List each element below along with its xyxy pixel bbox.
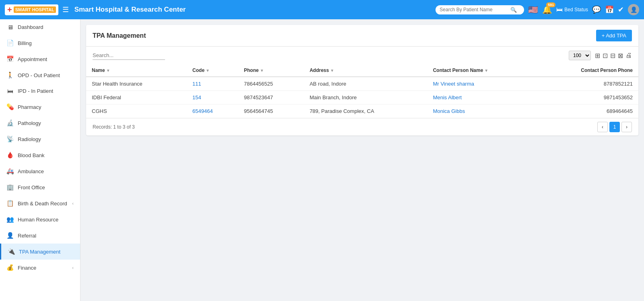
cell-name: Star Health Insurance xyxy=(86,77,187,91)
per-page-select[interactable]: 100 50 25 xyxy=(569,51,591,60)
excel-icon[interactable]: ⊟ xyxy=(610,52,615,59)
print-icon[interactable]: 🖨 xyxy=(625,52,632,59)
tpa-search-input[interactable] xyxy=(93,51,165,60)
bed-icon: 🛏 xyxy=(556,6,563,13)
logo: + SMART HOSPITAL xyxy=(5,4,58,15)
pdf-icon[interactable]: ⊠ xyxy=(618,52,623,59)
radiology-icon: 📡 xyxy=(6,135,14,143)
csv-icon[interactable]: ⊡ xyxy=(603,52,608,59)
tpa-toolbar-right: 100 50 25 ⊞ ⊡ ⊟ ⊠ 🖨 xyxy=(569,51,632,60)
patient-search-input[interactable] xyxy=(440,7,508,12)
col-contact-person[interactable]: Contact Person Name▼ xyxy=(427,64,536,77)
cell-contact-phone: 8787852121 xyxy=(536,77,638,91)
sidebar-item-referral[interactable]: 👤 Referral xyxy=(0,227,80,244)
sidebar-label-dashboard: Dashboard xyxy=(18,24,74,30)
tpa-search-box xyxy=(93,51,165,60)
bed-status-button[interactable]: 🛏 Bed Status xyxy=(556,6,588,13)
sidebar-label-tpa: TPA Management xyxy=(19,249,74,255)
ambulance-icon: 🚑 xyxy=(6,168,14,175)
hamburger-icon[interactable]: ☰ xyxy=(62,5,69,14)
sidebar-item-dashboard[interactable]: 🖥 Dashboard xyxy=(0,19,80,35)
sidebar-item-tpa[interactable]: 🔌 TPA Management xyxy=(0,244,80,260)
birth-death-icon: 📋 xyxy=(6,200,14,207)
sidebar-item-front-office[interactable]: 🏢 Front Office xyxy=(0,179,80,195)
sidebar-label-appointment: Appointment xyxy=(18,56,74,62)
app-title: Smart Hospital & Research Center xyxy=(74,6,432,14)
page-1-button[interactable]: 1 xyxy=(609,122,620,132)
logo-plus-icon: + xyxy=(7,5,12,14)
pharmacy-icon: 💊 xyxy=(6,103,14,111)
sidebar-label-billing: Billing xyxy=(18,40,74,46)
add-tpa-button[interactable]: + Add TPA xyxy=(596,30,632,41)
sidebar-label-human-resource: Human Resource xyxy=(18,217,74,223)
sidebar-label-referral: Referral xyxy=(18,233,74,239)
bed-status-label: Bed Status xyxy=(564,7,588,12)
opd-icon: 🚶 xyxy=(6,72,14,79)
finance-arrow: ‹ xyxy=(72,265,74,270)
copy-icon[interactable]: ⊞ xyxy=(595,52,600,59)
calendar-icon[interactable]: 📅 xyxy=(605,5,614,14)
sidebar-item-radiology[interactable]: 📡 Radiology xyxy=(0,131,80,147)
referral-icon: 👤 xyxy=(6,232,14,239)
pathology-icon: 🔬 xyxy=(6,119,14,127)
birth-death-arrow: ‹ xyxy=(72,201,74,206)
sidebar-item-ambulance[interactable]: 🚑 Ambulance xyxy=(0,163,80,179)
cell-address: Main Branch, Indore xyxy=(304,91,427,104)
sidebar-item-opd[interactable]: 🚶 OPD - Out Patient xyxy=(0,67,80,83)
cell-code[interactable]: 154 xyxy=(187,91,238,104)
cell-address: AB road, Indore xyxy=(304,77,427,91)
cell-contact-person[interactable]: Mr Vineet sharma xyxy=(427,77,536,91)
col-phone[interactable]: Phone▼ xyxy=(238,64,304,77)
sidebar-label-ipd: IPD - In Patient xyxy=(18,88,74,94)
main-content: TPA Management + Add TPA 100 50 25 ⊞ ⊡ xyxy=(80,19,644,301)
col-address[interactable]: Address▼ xyxy=(304,64,427,77)
tpa-footer: Records: 1 to 3 of 3 ‹ 1 › xyxy=(86,118,638,135)
layout: 🖥 Dashboard 📄 Billing 📅 Appointment 🚶 OP… xyxy=(0,19,644,301)
export-icons: ⊞ ⊡ ⊟ ⊠ 🖨 xyxy=(595,52,632,59)
cell-code[interactable]: 6549464 xyxy=(187,104,238,118)
cell-phone: 9874523647 xyxy=(238,91,304,104)
sidebar-label-radiology: Radiology xyxy=(18,136,74,142)
cell-contact-phone: 9871453652 xyxy=(536,91,638,104)
next-page-button[interactable]: › xyxy=(621,122,632,132)
sidebar-item-pharmacy[interactable]: 💊 Pharmacy xyxy=(0,99,80,115)
pagination: ‹ 1 › xyxy=(597,122,632,132)
task-icon[interactable]: ✔ xyxy=(618,5,624,14)
sidebar-label-ambulance: Ambulance xyxy=(18,168,74,174)
col-name[interactable]: Name▼ xyxy=(86,64,187,77)
cell-name: CGHS xyxy=(86,104,187,118)
cell-phone: 9564564745 xyxy=(238,104,304,118)
whatsapp-icon[interactable]: 💬 xyxy=(592,5,601,14)
col-contact-phone: Contact Person Phone xyxy=(536,64,638,77)
col-code[interactable]: Code▼ xyxy=(187,64,238,77)
search-icon: 🔍 xyxy=(510,7,517,13)
notification-count: 591 xyxy=(546,2,555,7)
cell-contact-person[interactable]: Monica Gibbs xyxy=(427,104,536,118)
topnav: + SMART HOSPITAL ☰ Smart Hospital & Rese… xyxy=(0,0,644,19)
tpa-card-header: TPA Management + Add TPA xyxy=(86,25,638,47)
prev-page-button[interactable]: ‹ xyxy=(597,122,608,132)
patient-search-box: 🔍 xyxy=(436,5,524,14)
user-avatar[interactable]: 👤 xyxy=(628,4,639,15)
sidebar-label-birth-death: Birth & Death Record xyxy=(18,201,68,207)
language-flag[interactable]: 🇺🇸 xyxy=(528,5,538,14)
notification-bell-wrap[interactable]: 🔔 591 xyxy=(542,5,552,14)
sidebar-item-billing[interactable]: 📄 Billing xyxy=(0,35,80,51)
table-row: Star Health Insurance 111 7864456525 AB … xyxy=(86,77,638,91)
cell-contact-person[interactable]: Menis Albert xyxy=(427,91,536,104)
tpa-card: TPA Management + Add TPA 100 50 25 ⊞ ⊡ xyxy=(86,25,638,135)
logo-text: SMART HOSPITAL xyxy=(14,6,56,13)
sidebar-item-birth-death[interactable]: 📋 Birth & Death Record ‹ xyxy=(0,195,80,211)
sidebar-item-pathology[interactable]: 🔬 Pathology xyxy=(0,115,80,131)
sidebar-label-front-office: Front Office xyxy=(18,184,74,190)
cell-address: 789, Paradise Complex, CA xyxy=(304,104,427,118)
blood-bank-icon: 🩸 xyxy=(6,152,14,159)
sidebar-item-finance[interactable]: 💰 Finance ‹ xyxy=(0,260,80,276)
cell-code[interactable]: 111 xyxy=(187,77,238,91)
sidebar-item-ipd[interactable]: 🛏 IPD - In Patient xyxy=(0,83,80,99)
sidebar-item-appointment[interactable]: 📅 Appointment xyxy=(0,51,80,67)
billing-icon: 📄 xyxy=(6,39,14,47)
sidebar-item-human-resource[interactable]: 👥 Human Resource xyxy=(0,211,80,227)
sidebar-item-blood-bank[interactable]: 🩸 Blood Bank xyxy=(0,147,80,163)
sidebar-label-pharmacy: Pharmacy xyxy=(18,104,74,110)
